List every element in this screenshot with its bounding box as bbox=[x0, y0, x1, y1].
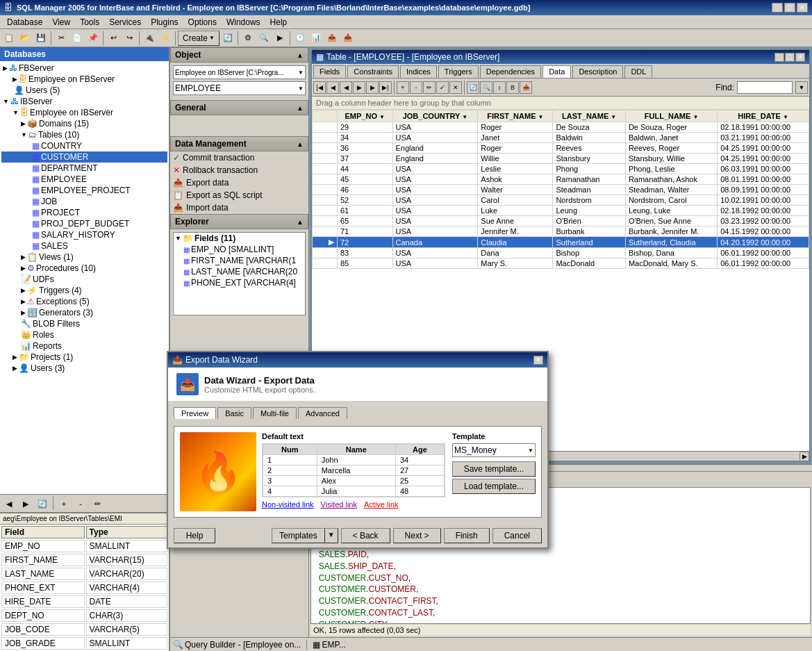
col-fullname[interactable]: FULL_NAME ▼ bbox=[625, 110, 717, 122]
next-button[interactable]: Next > bbox=[393, 528, 441, 543]
data-edit-button[interactable]: ✏ bbox=[423, 81, 436, 94]
left-tb-btn4[interactable]: + bbox=[56, 496, 72, 511]
data-export-button[interactable]: 📤 bbox=[520, 81, 532, 94]
menu-windows[interactable]: Windows bbox=[222, 17, 265, 28]
fields-table-row[interactable]: FIRST_NAMEVARCHAR(15) bbox=[1, 554, 167, 566]
table-row[interactable]: 36 England Roger Reeves Reeves, Roger 04… bbox=[313, 143, 809, 154]
explorer-section-header[interactable]: Explorer ▲ bbox=[170, 214, 308, 229]
close-button[interactable]: ✕ bbox=[797, 3, 808, 13]
menu-tools[interactable]: Tools bbox=[76, 17, 103, 28]
data-blob-button[interactable]: B bbox=[506, 81, 519, 94]
minimize-button[interactable]: _ bbox=[772, 3, 783, 13]
tree-tables[interactable]: ▼ 🗂 Tables (10) bbox=[1, 129, 167, 140]
commit-transaction-item[interactable]: ✓ Commit transaction bbox=[170, 151, 308, 164]
tree-blob-filters[interactable]: 🔧 BLOB Filters bbox=[1, 318, 167, 329]
tab-triggers[interactable]: Triggers bbox=[438, 65, 479, 78]
col-lastname[interactable]: LAST_NAME ▼ bbox=[553, 110, 625, 122]
data-refresh-button[interactable]: 🔄 bbox=[467, 81, 479, 94]
table-row[interactable]: 34 USA Janet Baldwin Baldwin, Janet 03.2… bbox=[313, 133, 809, 143]
tab-description[interactable]: Description bbox=[572, 65, 623, 78]
tree-udfs[interactable]: 📝 UDFs bbox=[1, 274, 167, 285]
explorer-tree[interactable]: ▼ 📁 Fields (11) ▦ EMP_NO [SMALLINT] ▦ FI… bbox=[173, 232, 306, 315]
find-execute-button[interactable]: ▼ bbox=[795, 81, 808, 94]
tree-ibserver-employee[interactable]: ▼ 🗄 Employee on IBServer bbox=[1, 107, 167, 118]
dialog-close-button[interactable]: ✕ bbox=[533, 356, 543, 365]
fields-table-row[interactable]: JOB_GRADESMALLINT bbox=[1, 637, 167, 650]
tree-fbserver-employee[interactable]: ▶ 🗄 Employee on FBServer bbox=[1, 74, 167, 85]
exp-fields[interactable]: ▼ 📁 Fields (11) bbox=[174, 233, 305, 244]
tree-ibserver[interactable]: ▼ 🖧 IBServer bbox=[1, 96, 167, 107]
data-sort-button[interactable]: ↕ bbox=[493, 81, 506, 94]
tree-domains[interactable]: ▶ 📦 Domains (15) bbox=[1, 118, 167, 129]
import-data-item[interactable]: 📥 Import data bbox=[170, 201, 308, 214]
object-section-header[interactable]: Object ▲ bbox=[170, 47, 308, 63]
menu-services[interactable]: Services bbox=[105, 17, 145, 28]
tab-constraints[interactable]: Constraints bbox=[347, 65, 399, 78]
table-maximize-button[interactable]: □ bbox=[785, 53, 795, 62]
fields-table-row[interactable]: HIRE_DATEDATE bbox=[1, 595, 167, 608]
nav-last-button[interactable]: ▶| bbox=[379, 81, 392, 94]
exp-lastname[interactable]: ▦ LAST_NAME [VARCHAR(20 bbox=[174, 266, 305, 277]
tree-project[interactable]: ▦ PROJECT bbox=[1, 207, 167, 218]
tb-chart[interactable]: 📊 bbox=[308, 31, 324, 46]
tree-generators[interactable]: ▶ 🔢 Generators (3) bbox=[1, 307, 167, 318]
table-row[interactable]: 29 USA Roger De Souza De Souza, Roger 02… bbox=[313, 122, 809, 133]
tree-ibserver-users[interactable]: ▶ 👤 Users (3) bbox=[1, 363, 167, 374]
databases-tree[interactable]: ▶ 🖧 FBServer ▶ 🗄 Employee on FBServer 👤 … bbox=[0, 61, 169, 494]
table-row[interactable]: 85 USA Mary S. MacDonald MacDonald, Mary… bbox=[313, 258, 809, 269]
maximize-button[interactable]: □ bbox=[784, 3, 795, 13]
nav-next2-button[interactable]: ▶ bbox=[366, 81, 379, 94]
menu-view[interactable]: View bbox=[48, 17, 74, 28]
tb-properties[interactable]: ⚙ bbox=[240, 31, 256, 46]
export-data-item[interactable]: 📤 Export data bbox=[170, 176, 308, 189]
cancel-button[interactable]: Cancel bbox=[492, 528, 542, 543]
table-close-button[interactable]: ✕ bbox=[795, 53, 805, 62]
data-post-button[interactable]: ✓ bbox=[436, 81, 449, 94]
tree-sales[interactable]: ▦ SALES bbox=[1, 240, 167, 252]
find-input[interactable] bbox=[737, 81, 793, 94]
tree-fbserver-users[interactable]: 👤 Users (5) bbox=[1, 85, 167, 96]
tree-roles[interactable]: 👑 Roles bbox=[1, 329, 167, 340]
scroll-right-button[interactable]: ▶ bbox=[799, 452, 809, 461]
menu-help[interactable]: Help bbox=[266, 17, 292, 28]
data-add-button[interactable]: + bbox=[397, 81, 409, 94]
tree-employee-project[interactable]: ▦ EMPLOYEE_PROJECT bbox=[1, 185, 167, 196]
tb-disconnect[interactable]: ⚡ bbox=[158, 31, 173, 46]
tab-indices[interactable]: Indices bbox=[400, 65, 437, 78]
dialog-tab-preview[interactable]: Preview bbox=[174, 407, 216, 419]
table-row[interactable]: 61 USA Luke Leung Leung, Luke 02.18.1992… bbox=[313, 206, 809, 216]
dialog-tab-advanced[interactable]: Advanced bbox=[298, 407, 347, 419]
tb-run[interactable]: ▶ bbox=[272, 31, 288, 46]
tree-procedures[interactable]: ▶ ⚙ Procedures (10) bbox=[1, 263, 167, 274]
col-firstname[interactable]: FIRST_NAME ▼ bbox=[478, 110, 553, 122]
tab-dependencies[interactable]: Dependencies bbox=[480, 65, 541, 78]
tree-employee[interactable]: ▦ EMPLOYEE bbox=[1, 174, 167, 185]
tab-fields[interactable]: Fields bbox=[313, 65, 346, 78]
create-button[interactable]: Create ▼ bbox=[178, 31, 219, 46]
object-combo1[interactable]: Employee on IBServer [C:\Progra... ▼ bbox=[173, 65, 306, 79]
tb-import[interactable]: 📥 bbox=[340, 31, 356, 46]
templates-button[interactable]: Templates bbox=[272, 528, 325, 543]
exp-phoneext[interactable]: ▦ PHONE_EXT [VARCHAR(4] bbox=[174, 277, 305, 288]
load-template-button[interactable]: Load template... bbox=[452, 479, 536, 494]
left-tb-btn3[interactable]: 🔄 bbox=[35, 496, 50, 511]
template-combo[interactable]: MS_Money ▼ bbox=[452, 443, 536, 457]
nav-first-button[interactable]: |◀ bbox=[313, 81, 326, 94]
tb-refresh[interactable]: 🔄 bbox=[220, 31, 235, 46]
tb-filter[interactable]: 🔍 bbox=[256, 31, 272, 46]
col-jobcountry[interactable]: JOB_COUNTRY ▼ bbox=[392, 110, 478, 122]
table-row[interactable]: 37 England Willie Stansbury Stansbury, W… bbox=[313, 154, 809, 164]
tree-customer[interactable]: ▦ CUSTOMER bbox=[1, 151, 167, 163]
tb-clock[interactable]: 🕐 bbox=[292, 31, 308, 46]
tree-reports[interactable]: 📊 Reports bbox=[1, 340, 167, 352]
table-row[interactable]: ▶ 72 Canada Claudia Sutherland Sutherlan… bbox=[313, 237, 809, 248]
table-row[interactable]: 45 USA Ashok Ramanathan Ramanathan, Asho… bbox=[313, 174, 809, 185]
left-tb-btn1[interactable]: ◀ bbox=[1, 496, 17, 511]
dialog-tab-basic[interactable]: Basic bbox=[217, 407, 251, 419]
tb-connect[interactable]: 🔌 bbox=[142, 31, 157, 46]
tree-proj-dept-budget[interactable]: ▦ PROJ_DEPT_BUDGET bbox=[1, 218, 167, 229]
save-template-button[interactable]: Save template... bbox=[452, 461, 536, 477]
fields-table-row[interactable]: JOB_CODEVARCHAR(5) bbox=[1, 623, 167, 636]
left-tb-btn6[interactable]: ✏ bbox=[90, 496, 105, 511]
tab-ddl[interactable]: DDL bbox=[624, 65, 652, 78]
